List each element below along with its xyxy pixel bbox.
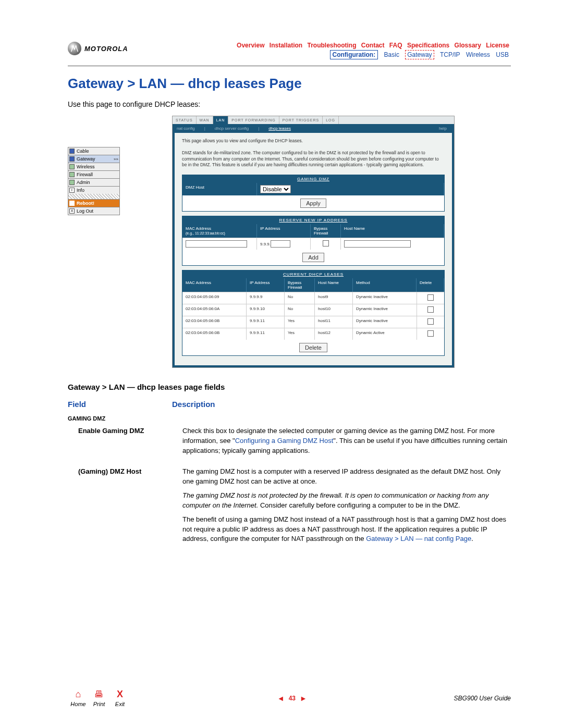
close-icon: X <box>69 208 75 214</box>
reboot-icon <box>69 201 75 206</box>
page-number-value: 43 <box>289 695 296 702</box>
sidebar-item-reboot[interactable]: Reboot! <box>68 199 120 207</box>
tab-log[interactable]: LOG <box>323 116 339 124</box>
table-row: 02:03:04:05:06:0B 9.9.9.11 Yes host12 Dy… <box>182 328 444 340</box>
cell-method: Dynamic Inactive <box>353 292 417 304</box>
delete-checkbox[interactable] <box>427 318 434 325</box>
delete-button[interactable]: Delete <box>299 343 327 352</box>
field-label: Enable Gaming DMZ <box>78 426 182 460</box>
nav-glossary[interactable]: Glossary <box>455 42 481 49</box>
col-host: Host Name <box>341 224 444 238</box>
nav-basic[interactable]: Basic <box>384 51 399 58</box>
cell-bypass: Yes <box>285 316 315 328</box>
square-icon <box>69 172 75 177</box>
router-ui-screenshot: STATUS WAN LAN PORT FORWARDING PORT TRIG… <box>172 116 455 368</box>
bypass-checkbox[interactable] <box>323 240 329 246</box>
dmz-host-label: DMZ Host <box>182 183 257 195</box>
sidebar-item-info[interactable]: iInfo <box>68 186 120 194</box>
sidebar-item-gateway[interactable]: Gateway»» <box>68 155 120 163</box>
col-delete: Delete <box>417 278 444 292</box>
cell-bypass: No <box>285 304 315 316</box>
chevron-right-icon[interactable]: ► <box>300 694 307 702</box>
chevron-right-icon: »» <box>114 157 118 162</box>
nav-specifications[interactable]: Specifications <box>407 42 449 49</box>
subtab-dhcp-server[interactable]: dhcp server config <box>215 126 249 131</box>
col-bypass: Bypass Firewall <box>311 224 341 238</box>
nav-gateway[interactable]: Gateway <box>405 50 434 59</box>
field-description: The benefit of using a gaming DMZ host i… <box>182 515 511 545</box>
field-header-description: Description <box>172 400 215 409</box>
nav-configuration[interactable]: Configuration: <box>330 50 378 59</box>
sidebar-item-admin[interactable]: Admin <box>68 178 120 186</box>
sidebar-item-label: Wireless <box>77 164 95 169</box>
home-icon: ⌂ <box>68 689 89 700</box>
tab-lan[interactable]: LAN <box>213 116 229 124</box>
fields-section-title: Gateway > LAN — dhcp leases page fields <box>68 382 511 391</box>
nav-tcpip[interactable]: TCP/IP <box>440 51 460 58</box>
nav-wireless[interactable]: Wireless <box>466 51 490 58</box>
delete-checkbox[interactable] <box>427 294 434 301</box>
link-nat-config-page[interactable]: Gateway > LAN — nat config Page <box>366 535 471 542</box>
sidebar-item-cable[interactable]: Cable <box>68 147 120 155</box>
cell-host: host12 <box>315 328 353 340</box>
exit-button[interactable]: X Exit <box>109 689 130 707</box>
hostname-input[interactable] <box>344 240 411 248</box>
nav-contact[interactable]: Contact <box>361 42 385 49</box>
col-mac: MAC Address <box>186 226 211 231</box>
sidebar-item-wireless[interactable]: Wireless <box>68 163 120 170</box>
sidebar-item-label: Info <box>77 188 84 193</box>
cell-bypass: Yes <box>285 328 315 340</box>
sidebar-item-firewall[interactable]: Firewall <box>68 170 120 178</box>
cell-mac: 02:03:04:05:06:09 <box>182 292 247 304</box>
sidebar-item-logout[interactable]: XLog Out <box>68 207 120 215</box>
panel-title: CURRENT DHCP LEASES <box>182 270 444 278</box>
delete-checkbox[interactable] <box>427 330 434 337</box>
nav-installation[interactable]: Installation <box>270 42 302 49</box>
gaming-dmz-panel: GAMING DMZ DMZ Host Disable Apply <box>182 175 445 212</box>
col-host: Host Name <box>315 278 353 292</box>
print-icon: 🖶 <box>89 689 109 700</box>
tab-port-triggers[interactable]: PORT TRIGGERS <box>279 116 323 124</box>
cell-host: host9 <box>315 292 353 304</box>
cell-method: Dynamic Active <box>353 328 417 340</box>
panel-desc-1: This page allows you to view and configu… <box>182 138 445 144</box>
subtab-dhcp-leases[interactable]: dhcp leases <box>268 126 291 131</box>
nav-overview[interactable]: Overview <box>237 42 264 49</box>
add-button[interactable]: Add <box>302 253 324 262</box>
panel-desc-2: DMZ stands for de-militarized zone. The … <box>182 150 445 168</box>
field-description: The gaming DMZ host is a computer with a… <box>182 467 511 487</box>
nav-license[interactable]: License <box>486 42 509 49</box>
help-link[interactable]: help <box>439 126 447 131</box>
cell-mac: 02:03:04:05:06:0B <box>182 316 247 328</box>
sidebar-item-label: Admin <box>77 180 90 185</box>
sub-tabs: nat config | dhcp server config | dhcp l… <box>173 124 454 133</box>
square-icon <box>69 180 75 185</box>
ip-suffix-input[interactable] <box>271 240 290 248</box>
chevron-left-icon[interactable]: ◄ <box>277 694 285 702</box>
mac-input[interactable] <box>186 240 247 248</box>
home-label: Home <box>68 701 89 707</box>
nav-faq[interactable]: FAQ <box>389 42 402 49</box>
sidebar-divider <box>68 194 120 199</box>
dmz-host-select[interactable]: Disable <box>260 185 291 193</box>
print-button[interactable]: 🖶 Print <box>89 689 109 707</box>
delete-checkbox[interactable] <box>427 306 434 313</box>
nav-usb[interactable]: USB <box>496 51 509 58</box>
col-method: Method <box>353 278 417 292</box>
cell-method: Dynamic Inactive <box>353 304 417 316</box>
tab-wan[interactable]: WAN <box>197 116 213 124</box>
home-button[interactable]: ⌂ Home <box>68 689 89 707</box>
apply-button[interactable]: Apply <box>300 199 326 208</box>
square-icon <box>69 149 75 154</box>
table-row: 02:03:04:05:06:0B 9.9.9.11 Yes host11 Dy… <box>182 316 444 328</box>
link-configuring-dmz[interactable]: Configuring a Gaming DMZ Host <box>235 437 334 445</box>
col-ip: IP Address <box>247 278 285 292</box>
page-number: ◄ 43 ► <box>273 694 311 702</box>
col-mac-hint: (e.g., 11:22:33:aa:bb:cc) <box>186 231 225 235</box>
tab-port-forwarding[interactable]: PORT FORWARDING <box>228 116 279 124</box>
cell-mac: 02:03:04:05:06:0A <box>182 304 247 316</box>
nav-troubleshooting[interactable]: Troubleshooting <box>308 42 357 49</box>
tab-status[interactable]: STATUS <box>173 116 197 124</box>
page-title: Gateway > LAN — dhcp leases Page <box>68 76 511 92</box>
subtab-nat-config[interactable]: nat config <box>177 126 195 131</box>
